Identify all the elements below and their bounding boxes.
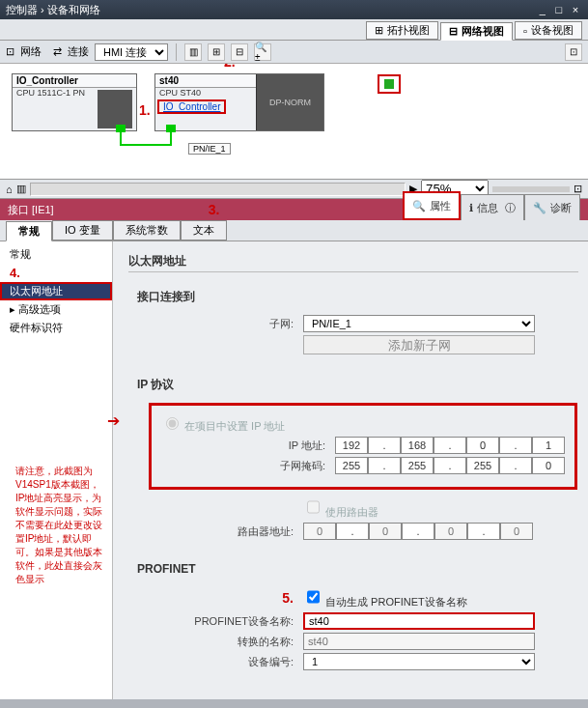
- properties-tabs: 常规 IO 变量 系统常数 文本: [0, 220, 588, 241]
- nav-advanced[interactable]: ▸ 高级选项: [0, 300, 112, 319]
- subnet-mask-field[interactable]: 255.255.255.0: [335, 457, 565, 474]
- ip-address-field[interactable]: 192.168.0.1: [335, 437, 565, 454]
- red-arrow-icon: ➔: [107, 411, 120, 430]
- tool-btn-2[interactable]: ⊞: [208, 43, 225, 61]
- close-button[interactable]: ×: [569, 0, 582, 19]
- tool-btn-3[interactable]: ⊟: [231, 43, 248, 61]
- tab-topology[interactable]: ⊞拓扑视图: [366, 21, 438, 40]
- ip-label: IP 地址:: [161, 439, 335, 453]
- tab-io-variables[interactable]: IO 变量: [52, 220, 113, 241]
- use-router-checkbox: [307, 498, 320, 516]
- tab-general[interactable]: 常规: [6, 221, 52, 241]
- auto-name-checkbox[interactable]: [307, 588, 320, 606]
- step-1-label: 1.: [139, 102, 151, 118]
- dev-num-label: 设备编号:: [129, 655, 303, 669]
- h-scrollbar[interactable]: [30, 183, 406, 196]
- form-panel: 以太网地址 接口连接到 子网: PN/IE_1 添加新子网 IP 协议 ➔ 在项…: [113, 241, 588, 699]
- dev-num-select[interactable]: 1: [303, 653, 535, 670]
- wire-label: PN/IE_1: [188, 143, 231, 155]
- red-note: 请注意，此截图为V14SP1版本截图，IP地址高亮显示，为软件显示问题，实际不需…: [6, 463, 118, 588]
- tab-device[interactable]: ▫设备视图: [515, 21, 582, 40]
- network-canvas[interactable]: IO_Controller CPU 1511C-1 PN 1. st40 CPU…: [0, 64, 588, 180]
- tab-info[interactable]: ℹ信息 ⓘ: [461, 194, 524, 220]
- mask-label: 子网掩码:: [161, 459, 335, 473]
- set-in-project-radio: [166, 417, 179, 430]
- inspector-header: 接口 [IE1] 3. 🔍属性 ℹ信息 ⓘ 🔧诊断: [0, 199, 588, 220]
- title-bar: 控制器 › 设备和网络 _ □ ×: [0, 0, 588, 19]
- step-2-label: 2.: [224, 64, 236, 70]
- tab-diagnostics[interactable]: 🔧诊断: [524, 194, 580, 220]
- interface-title: 接口 [IE1]: [8, 199, 54, 220]
- conv-name-input: [303, 633, 535, 650]
- tab-text[interactable]: 文本: [181, 220, 227, 241]
- conv-name-label: 转换的名称:: [129, 635, 303, 649]
- nav-ethernet-address[interactable]: 以太网地址: [0, 282, 112, 300]
- view-tabs: ⊞拓扑视图 ⊟网络视图 ▫设备视图: [0, 19, 588, 41]
- tab-properties[interactable]: 🔍属性: [403, 191, 461, 220]
- connect-to-title: 接口连接到: [137, 289, 577, 307]
- nav-tree: 常规 4. 以太网地址 ▸ 高级选项 硬件标识符 请注意，此截图为V14SP1版…: [0, 241, 113, 699]
- step-5-label: 5.: [282, 590, 294, 606]
- subnet-label: 子网:: [129, 317, 303, 331]
- subnet-select[interactable]: PN/IE_1: [303, 315, 535, 332]
- tool-btn-1[interactable]: ▥: [184, 43, 202, 61]
- tool-btn-right[interactable]: ⊡: [565, 43, 582, 61]
- nav-hw-id[interactable]: 硬件标识符: [0, 319, 112, 337]
- zoom-slider[interactable]: [492, 186, 570, 192]
- title-text: 控制器 › 设备和网络: [6, 0, 100, 19]
- step-4-label: 4.: [10, 266, 20, 280]
- profinet-title: PROFINET: [137, 562, 577, 578]
- ip-protocol-title: IP 协议: [137, 377, 577, 395]
- canvas-tool-a[interactable]: ⌂: [6, 184, 13, 195]
- sync-marker: [378, 74, 401, 94]
- maximize-button[interactable]: □: [552, 0, 566, 19]
- zoom-in-icon[interactable]: 🔍±: [254, 43, 271, 61]
- connection-wire: [120, 132, 172, 146]
- dp-norm-block: DP-NORM: [256, 74, 323, 130]
- io-controller-link[interactable]: IO_Controller: [157, 99, 226, 114]
- minimize-button[interactable]: _: [536, 0, 549, 19]
- hmi-connection-select[interactable]: HMI 连接: [95, 43, 168, 61]
- add-subnet-button[interactable]: 添加新子网: [303, 335, 535, 354]
- nav-general[interactable]: 常规: [0, 245, 112, 264]
- device-io-controller[interactable]: IO_Controller CPU 1511C-1 PN: [12, 73, 137, 131]
- toolbar-conn-label: 连接: [68, 44, 89, 59]
- toolbar-net-label: 网络: [20, 44, 42, 59]
- canvas-tool-b[interactable]: ▥: [16, 183, 26, 195]
- step-3-label: 3.: [209, 199, 220, 220]
- tab-network[interactable]: ⊟网络视图: [440, 22, 513, 41]
- tab-system-constants[interactable]: 系统常数: [113, 220, 181, 241]
- pn-name-input[interactable]: [303, 612, 535, 630]
- ip-highlight-box: 在项目中设置 IP 地址 IP 地址: 192.168.0.1 子网掩码: 25…: [149, 403, 577, 490]
- router-address-field: 0.0.0.0: [303, 523, 533, 540]
- window-controls: _ □ ×: [536, 0, 582, 19]
- properties-body: 常规 4. 以太网地址 ▸ 高级选项 硬件标识符 请注意，此截图为V14SP1版…: [0, 241, 588, 699]
- router-label: 路由器地址:: [129, 524, 303, 539]
- network-toolbar: ⊡网络 ⇄连接 HMI 连接 ▥ ⊞ ⊟ 🔍± ⊡: [0, 41, 588, 64]
- pn-name-label: PROFINET设备名称:: [129, 614, 303, 629]
- ethernet-title: 以太网地址: [128, 253, 578, 272]
- device-st40[interactable]: st40 CPU ST40 IO_Controller DP-NORM: [154, 73, 324, 131]
